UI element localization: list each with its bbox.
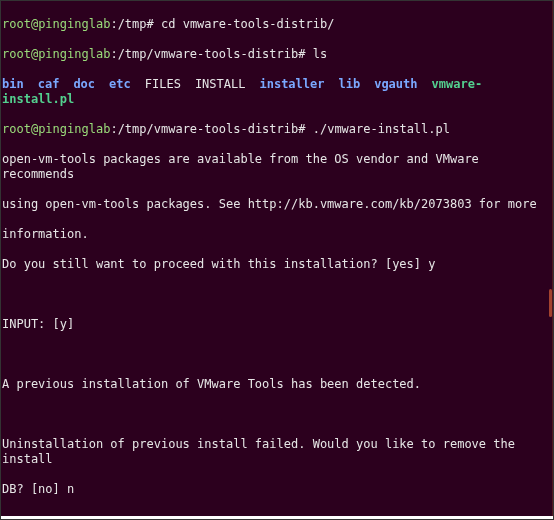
installer-input-echo: INPUT: [y] bbox=[2, 317, 549, 332]
blank-line bbox=[2, 287, 549, 302]
installer-uninstall-prompt: Uninstallation of previous install faile… bbox=[2, 437, 549, 467]
prompt-cwd: /tmp/vmware-tools-distrib bbox=[118, 47, 299, 61]
prompt-user-host: root@pinginglab bbox=[2, 17, 110, 31]
terminal-window[interactable]: root@pinginglab:/tmp# cd vmware-tools-di… bbox=[0, 0, 553, 516]
installer-proceed-prompt: Do you still want to proceed with this i… bbox=[2, 257, 549, 272]
installer-message: information. bbox=[2, 227, 549, 242]
ls-item-dir: vgauth bbox=[374, 77, 417, 91]
prompt-line: root@pinginglab:/tmp/vmware-tools-distri… bbox=[2, 122, 549, 137]
prompt-line: root@pinginglab:/tmp# cd vmware-tools-di… bbox=[2, 17, 549, 32]
ls-output: bincafdocetcFILESINSTALLinstallerlibvgau… bbox=[2, 77, 549, 107]
prompt-line: root@pinginglab:/tmp/vmware-tools-distri… bbox=[2, 47, 549, 62]
ls-item-dir: doc bbox=[73, 77, 95, 91]
ls-item-dir: lib bbox=[338, 77, 360, 91]
prompt-cwd: /tmp/vmware-tools-distrib bbox=[118, 122, 299, 136]
command-ls: ls bbox=[313, 47, 327, 61]
prompt-cwd: /tmp bbox=[118, 17, 147, 31]
ls-item-dir: etc bbox=[109, 77, 131, 91]
blank-line bbox=[2, 347, 549, 362]
scrollbar-track[interactable] bbox=[552, 0, 553, 516]
ls-item-file: FILES bbox=[145, 77, 181, 91]
blank-line bbox=[2, 407, 549, 422]
command-run-installer: ./vmware-install.pl bbox=[313, 122, 450, 136]
ls-item-dir: installer bbox=[259, 77, 324, 91]
ls-item-file: INSTALL bbox=[195, 77, 246, 91]
ls-item-dir: bin bbox=[2, 77, 24, 91]
blank-line bbox=[2, 512, 549, 516]
installer-message: using open-vm-tools packages. See http:/… bbox=[2, 197, 549, 212]
installer-detect-msg: A previous installation of VMware Tools … bbox=[2, 377, 549, 392]
installer-uninstall-prompt: DB? [no] n bbox=[2, 482, 549, 497]
installer-message: open-vm-tools packages are available fro… bbox=[2, 152, 549, 182]
ls-item-dir: caf bbox=[38, 77, 60, 91]
command-cd: cd vmware-tools-distrib/ bbox=[161, 17, 334, 31]
prompt-user-host: root@pinginglab bbox=[2, 122, 110, 136]
prompt-user-host: root@pinginglab bbox=[2, 47, 110, 61]
